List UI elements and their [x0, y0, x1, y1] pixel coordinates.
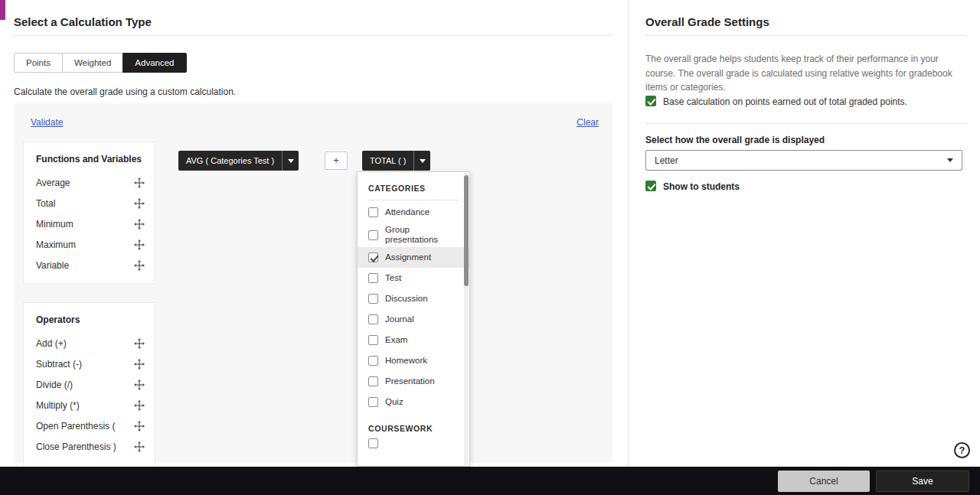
category-checkbox[interactable]: [368, 252, 378, 262]
function-item-label: Variable: [36, 260, 69, 271]
base-calculation-label: Base calculation on points earned out of…: [663, 96, 907, 107]
validate-link[interactable]: Validate: [31, 117, 63, 128]
chevron-down-icon[interactable]: [413, 151, 430, 171]
divider: [14, 35, 612, 36]
category-checkbox[interactable]: [368, 230, 378, 240]
base-calculation-checkbox[interactable]: [645, 96, 656, 106]
chevron-down-icon[interactable]: [282, 151, 299, 171]
divider: [645, 35, 966, 36]
functions-panel-title: Functions and Variables: [24, 142, 155, 172]
operator-item-label: Close Parenthesis ): [36, 441, 116, 452]
calc-type-tabs: PointsWeightedAdvanced: [14, 53, 187, 73]
category-option[interactable]: Group presentations: [358, 223, 469, 247]
category-checkbox[interactable]: [368, 335, 378, 345]
cancel-button[interactable]: Cancel: [778, 471, 870, 492]
function-item-label: Maximum: [36, 239, 76, 250]
move-icon[interactable]: [134, 338, 145, 349]
categories-dropdown-content: CATEGORIESAttendanceGroup presentationsA…: [358, 172, 469, 454]
category-checkbox[interactable]: [368, 397, 378, 407]
overall-grade-description: The overall grade helps students keep tr…: [645, 52, 970, 95]
category-option[interactable]: Quiz: [358, 392, 469, 412]
grade-display-label: Select how the overall grade is displaye…: [645, 135, 825, 145]
total-chip[interactable]: TOTAL ( ): [362, 151, 430, 171]
category-option[interactable]: Exam: [358, 330, 469, 350]
function-item[interactable]: Maximum: [24, 234, 155, 255]
category-checkbox[interactable]: [368, 438, 378, 448]
base-calculation-row: Base calculation on points earned out of…: [645, 96, 907, 107]
category-label: Quiz: [385, 397, 403, 407]
category-checkbox[interactable]: [368, 273, 378, 283]
overall-grade-settings-title: Overall Grade Settings: [645, 15, 769, 28]
category-checkbox[interactable]: [368, 314, 378, 324]
function-item[interactable]: Total: [24, 193, 155, 213]
function-item-label: Total: [36, 198, 55, 209]
move-icon[interactable]: [134, 400, 145, 411]
category-checkbox[interactable]: [368, 294, 378, 304]
footer-bar: Cancel Save: [0, 467, 980, 495]
chevron-down-icon: [947, 158, 953, 162]
grade-display-select[interactable]: Letter: [645, 150, 962, 171]
calculation-description: Calculate the overall grade using a cust…: [14, 86, 236, 97]
plus-operator-chip[interactable]: +: [325, 151, 348, 170]
category-label: Journal: [385, 314, 414, 324]
tab-points[interactable]: Points: [14, 53, 63, 73]
calculation-canvas: Validate Clear Functions and Variables A…: [14, 103, 612, 463]
tab-advanced[interactable]: Advanced: [122, 53, 186, 73]
move-icon[interactable]: [134, 441, 145, 452]
category-option[interactable]: Test: [358, 268, 469, 288]
move-icon[interactable]: [134, 421, 145, 431]
move-icon[interactable]: [134, 379, 145, 390]
move-icon[interactable]: [134, 260, 145, 271]
operator-item[interactable]: Subtract (-): [24, 353, 155, 374]
operator-item[interactable]: Close Parenthesis ): [24, 436, 155, 457]
move-icon[interactable]: [134, 359, 145, 370]
category-option[interactable]: Homework: [358, 350, 469, 371]
move-icon[interactable]: [134, 177, 145, 188]
scrollbar-thumb[interactable]: [464, 175, 469, 286]
category-option[interactable]: Attendance: [358, 202, 469, 223]
operators-panel: Operators Add (+)Subtract (-)Divide (/)M…: [23, 302, 155, 468]
function-item[interactable]: Average: [24, 172, 155, 193]
category-label: Group presentations: [385, 225, 457, 245]
function-item[interactable]: Variable: [24, 255, 155, 275]
dropdown-section-header: COURSEWORK: [358, 412, 469, 433]
operator-item-label: Add (+): [36, 338, 67, 349]
operator-item[interactable]: Multiply (*): [24, 395, 155, 415]
category-option[interactable]: Assignment: [358, 247, 469, 268]
operator-item[interactable]: Add (+): [24, 333, 155, 353]
clear-link[interactable]: Clear: [577, 117, 599, 128]
operator-item-label: Open Parenthesis (: [36, 421, 115, 431]
category-option[interactable]: [358, 433, 469, 454]
category-label: Homework: [385, 356, 427, 366]
category-checkbox[interactable]: [368, 356, 378, 366]
move-icon[interactable]: [134, 239, 145, 250]
category-option[interactable]: Presentation: [358, 371, 469, 392]
accent-bar: [0, 0, 5, 20]
category-checkbox[interactable]: [368, 207, 378, 217]
category-option[interactable]: Journal: [358, 309, 469, 330]
dropdown-section-header: CATEGORIES: [358, 172, 469, 193]
tab-weighted[interactable]: Weighted: [62, 53, 123, 73]
category-checkbox[interactable]: [368, 376, 378, 386]
operator-item-label: Divide (/): [36, 379, 73, 390]
function-item-label: Minimum: [36, 219, 74, 230]
categories-dropdown: CATEGORIESAttendanceGroup presentationsA…: [357, 171, 470, 467]
total-chip-label: TOTAL ( ): [362, 156, 413, 165]
help-icon[interactable]: ?: [954, 442, 970, 458]
operator-item[interactable]: Open Parenthesis (: [24, 415, 155, 436]
move-icon[interactable]: [134, 198, 145, 209]
operator-item[interactable]: Divide (/): [24, 374, 155, 395]
show-to-students-checkbox[interactable]: [645, 181, 656, 191]
avg-categories-chip[interactable]: AVG ( Categories Test ): [178, 151, 299, 171]
avg-chip-label: AVG ( Categories Test ): [178, 156, 282, 165]
divider: [628, 0, 629, 467]
category-label: Attendance: [385, 207, 430, 217]
divider: [368, 200, 459, 200]
operators-panel-title: Operators: [24, 303, 155, 333]
show-to-students-label: Show to students: [663, 181, 740, 192]
functions-list: AverageTotalMinimumMaximumVariable: [24, 172, 155, 275]
category-option[interactable]: Discussion: [358, 288, 469, 309]
save-button[interactable]: Save: [876, 471, 969, 492]
move-icon[interactable]: [134, 219, 145, 230]
function-item[interactable]: Minimum: [24, 213, 155, 234]
